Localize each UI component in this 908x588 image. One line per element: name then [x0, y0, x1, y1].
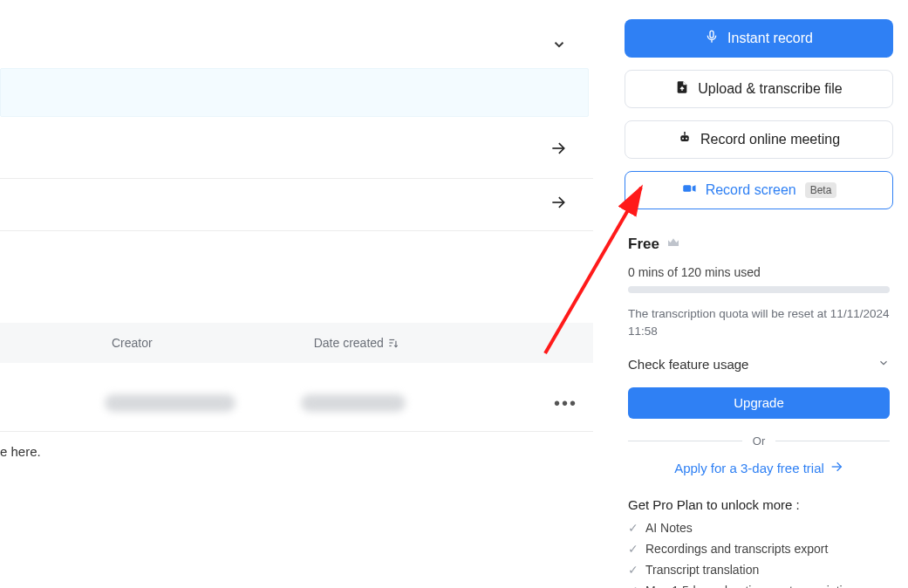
- feature-list: ✓AI Notes ✓Recordings and transcripts ex…: [628, 521, 890, 589]
- check-feature-usage[interactable]: Check feature usage: [628, 357, 890, 372]
- upload-label: Upload & transcribe file: [698, 81, 842, 97]
- divider: [0, 230, 593, 231]
- col-date-created[interactable]: Date created: [314, 336, 399, 350]
- empty-hint-text: e here.: [0, 444, 41, 459]
- robot-icon: [678, 131, 692, 148]
- blurred-content: [105, 394, 236, 412]
- mic-icon: [705, 30, 719, 47]
- svg-marker-13: [692, 185, 695, 192]
- list-item: ✓Recordings and transcripts export: [628, 542, 890, 556]
- record-screen-button[interactable]: Record screen Beta: [625, 171, 893, 209]
- list-item: ✓Max 1.5-hour duration per transcription: [628, 584, 890, 589]
- or-text: Or: [753, 434, 765, 448]
- feature-label: AI Notes: [645, 521, 693, 535]
- free-trial-link[interactable]: Apply for a 3-day free trial: [628, 460, 890, 476]
- file-upload-icon: [675, 80, 689, 98]
- or-divider: Or: [628, 434, 890, 448]
- usage-progress: [628, 286, 890, 293]
- svg-rect-12: [683, 185, 691, 192]
- trial-label: Apply for a 3-day free trial: [674, 461, 824, 475]
- chevron-down-icon: [877, 357, 890, 372]
- blurred-content: [301, 394, 406, 412]
- check-icon: ✓: [628, 542, 638, 556]
- divider: [0, 178, 593, 179]
- list-item: ✓AI Notes: [628, 521, 890, 535]
- more-icon[interactable]: •••: [554, 393, 577, 414]
- divider: [0, 431, 593, 432]
- record-meeting-label: Record online meeting: [700, 132, 840, 147]
- table-row[interactable]: •••: [0, 384, 593, 422]
- list-item: ✓Transcript translation: [628, 563, 890, 577]
- usage-text: 0 mins of 120 mins used: [628, 265, 890, 279]
- chevron-down-icon[interactable]: [551, 35, 567, 58]
- record-meeting-button[interactable]: Record online meeting: [625, 120, 893, 159]
- svg-rect-5: [710, 31, 713, 38]
- instant-record-button[interactable]: Instant record: [625, 19, 893, 58]
- upgrade-label: Upgrade: [734, 395, 784, 410]
- video-icon: [681, 181, 697, 200]
- sort-icon: [387, 337, 399, 349]
- check-icon: ✓: [628, 521, 638, 535]
- beta-badge: Beta: [805, 182, 837, 198]
- arrow-right-icon: [829, 460, 843, 476]
- upgrade-button[interactable]: Upgrade: [628, 387, 890, 419]
- col-date-created-label: Date created: [314, 336, 384, 350]
- record-screen-label: Record screen: [706, 182, 796, 198]
- plan-panel: Free 0 mins of 120 mins used The transcr…: [625, 236, 893, 588]
- highlight-box: [0, 68, 589, 117]
- svg-point-9: [686, 138, 687, 140]
- instant-record-label: Instant record: [727, 31, 813, 46]
- pro-plan-title: Get Pro Plan to unlock more :: [628, 497, 890, 512]
- feature-label: Recordings and transcripts export: [645, 542, 828, 556]
- check-icon: ✓: [628, 584, 638, 589]
- svg-point-8: [682, 138, 684, 140]
- arrow-right-icon[interactable]: [550, 194, 567, 216]
- svg-point-11: [684, 132, 686, 133]
- feature-label: Max 1.5-hour duration per transcription: [645, 584, 856, 589]
- upload-transcribe-button[interactable]: Upload & transcribe file: [625, 70, 893, 108]
- arrow-right-icon[interactable]: [550, 140, 567, 162]
- crown-icon: [666, 236, 680, 253]
- check-icon: ✓: [628, 563, 638, 577]
- plan-name: Free: [628, 236, 659, 253]
- col-creator[interactable]: Creator: [112, 336, 153, 350]
- feature-label: Transcript translation: [645, 563, 759, 577]
- svg-rect-7: [680, 135, 688, 141]
- plan-name-row: Free: [628, 236, 890, 253]
- check-usage-label: Check feature usage: [628, 357, 748, 372]
- quota-note: The transcription quota will be reset at…: [628, 305, 890, 341]
- table-header: Creator Date created: [0, 323, 593, 363]
